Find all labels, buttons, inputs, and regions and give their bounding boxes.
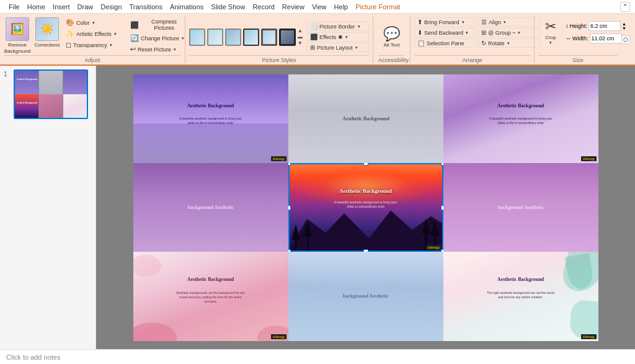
style-thumb-active[interactable] <box>279 29 296 46</box>
menu-insert[interactable]: Insert <box>49 2 74 12</box>
width-text: Width: <box>572 35 588 42</box>
style-thumb-4[interactable] <box>243 29 259 46</box>
slide-card-bottom-right[interactable]: Aesthetic Background The right aesthetic… <box>443 252 598 340</box>
reset-picture-btn[interactable]: ↩ Reset Picture ▾ <box>128 44 190 55</box>
rotate-btn[interactable]: ↻ Rotate ▾ <box>478 38 540 48</box>
menu-animations[interactable]: Animations <box>166 2 207 12</box>
height-label: ↕ <box>566 23 569 29</box>
menu-home[interactable]: Home <box>24 2 49 12</box>
slide-card-top-center[interactable]: Aesthetic Background <box>288 74 443 163</box>
accessibility-label: Accessibility <box>378 55 405 63</box>
handle-tm[interactable] <box>363 163 368 166</box>
width-label: ↔ <box>566 35 571 42</box>
menu-bar: File Home Insert Draw Design Transitions… <box>0 0 635 14</box>
slide-panel: 1 Aesthetic Background Aesthetic Backgro… <box>0 66 96 349</box>
height-input[interactable]: 6.2 cm <box>588 21 621 31</box>
crop-btn[interactable]: ✂ Crop ▾ <box>538 19 563 47</box>
handle-tr[interactable] <box>441 163 443 166</box>
slide-card-bottom-center[interactable]: background Aesthetic <box>288 252 443 340</box>
menu-view[interactable]: View <box>308 2 331 12</box>
ribbon-group-arrange: ⬆ Bring Forward ▾ ⬇ Send Backward ▾ 📋 Se… <box>411 16 535 63</box>
svg-marker-2 <box>291 224 300 240</box>
slide-card-middle-right[interactable]: background Aesthetic <box>443 163 598 252</box>
slide-card-middle-left[interactable]: background Aesthetic <box>133 163 288 252</box>
ribbon-collapse-btn[interactable]: ⌃ <box>620 2 630 12</box>
canvas-area: Aesthetic Background A beautiful aesthet… <box>96 66 635 349</box>
menu-transitions[interactable]: Transitions <box>126 2 166 12</box>
picture-layout-btn[interactable]: ⊞ Picture Layout ▾ <box>307 43 369 52</box>
picture-styles-label: Picture Styles <box>189 55 369 63</box>
notes-area[interactable]: Click to add notes <box>0 349 635 364</box>
ribbon-group-adjust: 🖼️ Remove Background ☀️ Corrections 🎨 Co… <box>2 16 185 63</box>
remove-background-btn[interactable]: 🖼️ Remove Background <box>4 16 31 55</box>
handle-tl[interactable] <box>288 163 291 166</box>
send-backward-btn[interactable]: ⬇ Send Backward ▾ <box>414 28 476 37</box>
ribbon-group-accessibility: 💬 Alt Text Accessibility <box>373 16 411 63</box>
menu-review[interactable]: Review <box>278 2 308 12</box>
slide-thumb-image[interactable]: Aesthetic Background Aesthetic Backgroun… <box>14 69 88 119</box>
corrections-btn[interactable]: ☀️ Corrections <box>33 16 61 50</box>
compress-pictures-btn[interactable]: ⬛ Compress Pictures <box>128 17 190 32</box>
menu-slideshow[interactable]: Slide Show <box>207 2 249 12</box>
menu-picture-format[interactable]: Picture Format <box>352 2 404 12</box>
style-thumb-1[interactable] <box>189 29 205 46</box>
selection-pane-btn[interactable]: 📋 Selection Pane <box>414 38 476 48</box>
handle-bl[interactable] <box>288 249 291 252</box>
slide-card-center[interactable]: Aesthetic Background A beautiful aesthet… <box>288 163 443 252</box>
styles-scroll-down[interactable]: ▼ <box>298 40 303 46</box>
artistic-effects-btn[interactable]: ✨ Artistic Effects ▾ <box>63 29 125 39</box>
watermark-bottom-right: slideegg <box>581 334 597 339</box>
menu-design[interactable]: Design <box>97 2 125 12</box>
notes-placeholder: Click to add notes <box>6 353 60 361</box>
slide-number: 1 <box>4 71 11 78</box>
group-btn[interactable]: ⊞ @ Group ~ ▾ <box>478 28 540 37</box>
styles-scroll-up[interactable]: ▲ <box>298 28 303 33</box>
svg-marker-0 <box>288 210 443 252</box>
picture-border-btn[interactable]: ⬜ Picture Border ▾ <box>307 22 369 31</box>
alt-text-btn[interactable]: 💬 Alt Text <box>381 25 403 49</box>
adjust-label: Adjust <box>4 55 181 63</box>
transparency-btn[interactable]: ◻ Transparency ▾ <box>63 40 125 50</box>
ribbon-group-picture-styles: ▲ ▬ ▼ ⬜ Picture Border ▾ ⬛ Effects ✱ ▾ ⊞… <box>185 16 373 63</box>
svg-rect-3 <box>307 235 309 252</box>
height-text: Height: <box>570 23 588 29</box>
width-input[interactable]: 11.02 cm <box>590 33 622 43</box>
watermark-bottom-left: slideegg <box>271 334 286 339</box>
style-thumb-5[interactable] <box>261 29 278 46</box>
style-thumb-2[interactable] <box>207 29 223 46</box>
handle-bm[interactable] <box>363 249 368 252</box>
handle-mr[interactable] <box>441 205 443 210</box>
slide-card-top-right[interactable]: Aesthetic Background A beautiful aesthet… <box>443 74 598 163</box>
menu-record[interactable]: Record <box>249 2 278 12</box>
ribbon-group-size: ✂ Crop ▾ ↕ Height: 6.2 cm ▲ ▼ ↔ Width: <box>535 16 621 63</box>
ribbon-expand-btn[interactable]: ⬡ <box>621 16 633 63</box>
watermark-center: slideegg <box>426 245 442 250</box>
style-thumb-3[interactable] <box>225 29 241 46</box>
arrange-label: Arrange <box>414 55 530 63</box>
picture-effects-btn[interactable]: ⬛ Effects ✱ ▾ <box>307 32 369 42</box>
color-btn[interactable]: 🎨 Color ▾ <box>63 17 125 28</box>
change-picture-btn[interactable]: 🔄 Change Picture ▾ <box>128 33 190 43</box>
ribbon: 🖼️ Remove Background ☀️ Corrections 🎨 Co… <box>0 14 635 66</box>
slide-thumbnail-1[interactable]: 1 Aesthetic Background Aesthetic Backgro… <box>4 69 92 119</box>
handle-br[interactable] <box>441 249 443 252</box>
menu-help[interactable]: Help <box>331 2 352 12</box>
size-label: Size <box>538 55 618 63</box>
slide-card-bottom-left[interactable]: Aesthetic Background Aesthetic backgroun… <box>133 252 288 340</box>
styles-scroll-mid[interactable]: ▬ <box>298 34 303 40</box>
watermark-top-left: slideegg <box>271 156 286 161</box>
slide-card-top-left[interactable]: Aesthetic Background A beautiful aesthet… <box>133 74 288 163</box>
svg-rect-1 <box>295 238 297 252</box>
watermark-top-right: slideegg <box>581 156 597 161</box>
menu-draw[interactable]: Draw <box>74 2 97 12</box>
align-btn[interactable]: ☰ Align ▾ <box>478 17 540 27</box>
slide-canvas: Aesthetic Background A beautiful aesthet… <box>133 74 598 341</box>
handle-ml[interactable] <box>288 205 291 210</box>
bring-forward-btn[interactable]: ⬆ Bring Forward ▾ <box>414 17 476 27</box>
menu-file[interactable]: File <box>5 2 24 12</box>
